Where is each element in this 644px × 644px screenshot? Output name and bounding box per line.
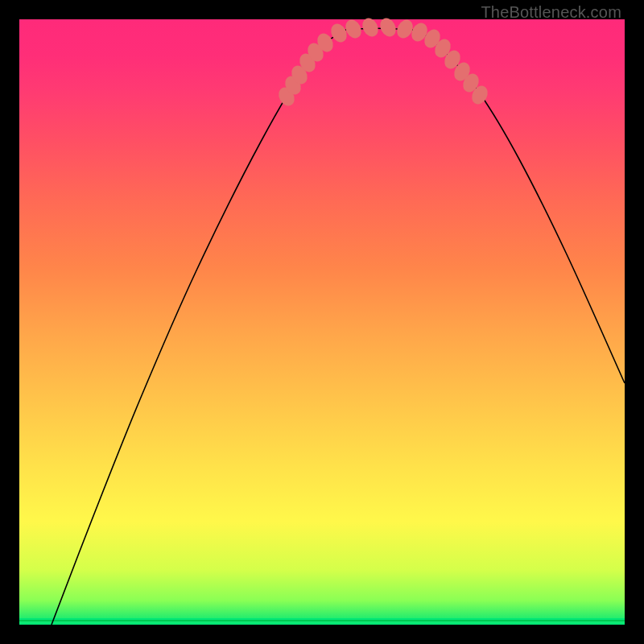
watermark-text: TheBottleneck.com (481, 3, 621, 22)
marker-dot (377, 15, 398, 39)
chart-frame: TheBottleneck.com (0, 0, 644, 644)
bottleneck-curve (52, 28, 625, 625)
marker-dot (359, 15, 381, 39)
curve-overlay (19, 19, 625, 625)
curve-markers (275, 15, 490, 109)
